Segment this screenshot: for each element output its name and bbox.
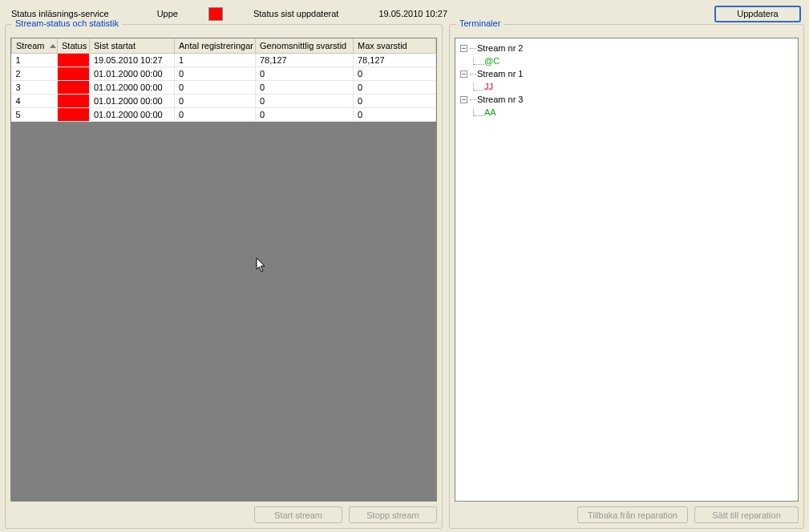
cell-registrations: 1 xyxy=(175,53,256,66)
table-row[interactable]: 201.01.2000 00:00000 xyxy=(12,66,436,80)
refresh-button[interactable]: Uppdatera xyxy=(714,6,801,22)
stream-grid-container: Stream Status Sist startat Antal registr… xyxy=(10,38,437,502)
cell-max: 78,127 xyxy=(354,53,436,66)
collapse-icon[interactable]: − xyxy=(460,45,467,52)
cell-avg: 0 xyxy=(256,66,354,80)
terminals-tree-container: −Stream nr 2@C−Stream nr 1JJ−Stream nr 3… xyxy=(455,38,799,502)
cell-registrations: 0 xyxy=(175,66,256,80)
updated-value: 19.05.2010 10:27 xyxy=(378,9,447,18)
cell-registrations: 0 xyxy=(175,107,256,121)
tree-node[interactable]: −Stream nr 2@C xyxy=(457,42,796,67)
table-row[interactable]: 401.01.2000 00:00000 xyxy=(12,94,436,107)
tree-child-node[interactable]: JJ xyxy=(457,80,796,93)
tree-child-label: JJ xyxy=(484,80,493,93)
stream-status-title: Stream-status och statistik xyxy=(12,18,122,28)
back-from-repair-button[interactable]: Tillbaka från reparation xyxy=(577,506,688,523)
cell-avg: 0 xyxy=(256,107,354,121)
cell-avg: 0 xyxy=(256,80,354,94)
tree-child-label: @C xyxy=(484,54,500,67)
table-row[interactable]: 301.01.2000 00:00000 xyxy=(12,80,436,94)
tree-node-label: Stream nr 2 xyxy=(477,42,523,54)
cell-stream: 5 xyxy=(12,107,58,121)
cell-last-started: 01.01.2000 00:00 xyxy=(90,66,175,80)
service-status-label: Status inläsnings-service xyxy=(11,9,109,18)
cell-status-color xyxy=(58,107,90,121)
tree-node-label: Stream nr 3 xyxy=(477,93,523,106)
stream-status-group: Stream-status och statistik xyxy=(5,24,443,529)
terminals-tree[interactable]: −Stream nr 2@C−Stream nr 1JJ−Stream nr 3… xyxy=(457,42,796,119)
tree-child-label: AA xyxy=(484,106,496,119)
cell-stream: 2 xyxy=(12,66,58,80)
collapse-icon[interactable]: − xyxy=(460,71,467,78)
collapse-icon[interactable]: − xyxy=(460,96,467,103)
table-row[interactable]: 119.05.2010 10:27178,12778,127 xyxy=(12,53,436,66)
cell-status-color xyxy=(58,66,90,80)
table-row[interactable]: 501.01.2000 00:00000 xyxy=(12,107,436,121)
updated-label: Status sist uppdaterat xyxy=(253,9,338,18)
cell-stream: 1 xyxy=(12,53,58,66)
cell-stream: 3 xyxy=(12,80,58,94)
cell-last-started: 01.01.2000 00:00 xyxy=(90,94,175,107)
service-status-value: Uppe xyxy=(157,9,178,18)
tree-child-node[interactable]: AA xyxy=(457,106,796,119)
start-stream-button[interactable]: Start stream xyxy=(254,506,342,523)
cell-max: 0 xyxy=(354,107,436,121)
stream-grid[interactable]: Stream Status Sist startat Antal registr… xyxy=(11,38,436,122)
tree-node[interactable]: −Stream nr 3AA xyxy=(457,93,796,119)
cell-status-color xyxy=(58,53,90,66)
cell-max: 0 xyxy=(354,66,436,80)
grid-empty-area xyxy=(11,122,436,502)
service-status-color-icon xyxy=(208,7,223,21)
tree-child-node[interactable]: @C xyxy=(457,54,796,67)
terminals-group: Terminaler −Stream nr 2@C−Stream nr 1JJ−… xyxy=(449,24,804,529)
cell-avg: 78,127 xyxy=(256,53,354,66)
tree-node[interactable]: −Stream nr 1JJ xyxy=(457,67,796,93)
cell-last-started: 01.01.2000 00:00 xyxy=(90,107,175,121)
cell-max: 0 xyxy=(354,94,436,107)
cell-last-started: 19.05.2010 10:27 xyxy=(90,53,175,66)
terminals-title: Terminaler xyxy=(456,18,504,28)
cell-avg: 0 xyxy=(256,94,354,107)
cell-registrations: 0 xyxy=(175,94,256,107)
cell-last-started: 01.01.2000 00:00 xyxy=(90,80,175,94)
tree-node-label: Stream nr 1 xyxy=(477,67,523,80)
col-stream[interactable]: Stream xyxy=(12,38,58,53)
cell-registrations: 0 xyxy=(175,80,256,94)
col-status[interactable]: Status xyxy=(58,38,90,53)
cell-max: 0 xyxy=(354,80,436,94)
top-bar: Status inläsnings-service Uppe Status si… xyxy=(5,5,804,24)
stop-stream-button[interactable]: Stopp stream xyxy=(349,506,437,523)
col-max-response[interactable]: Max svarstid xyxy=(354,38,436,53)
col-last-started[interactable]: Sist startat xyxy=(90,38,175,53)
set-to-repair-button[interactable]: Sätt till reparation xyxy=(694,506,799,523)
sort-asc-icon xyxy=(50,44,56,48)
col-registrations[interactable]: Antal registreringar xyxy=(175,38,256,53)
col-avg-response[interactable]: Genomsnittlig svarstid xyxy=(256,38,354,53)
cell-status-color xyxy=(58,94,90,107)
cell-stream: 4 xyxy=(12,94,58,107)
cell-status-color xyxy=(58,80,90,94)
